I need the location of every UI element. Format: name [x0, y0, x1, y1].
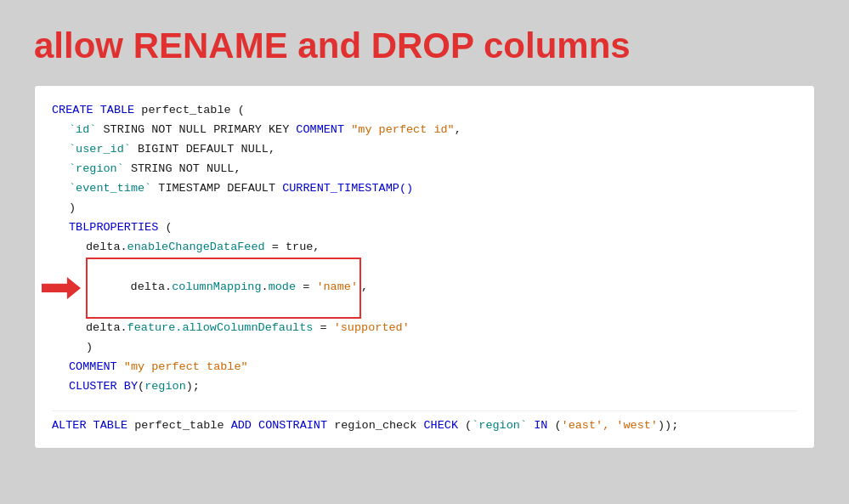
keyword-check: CHECK — [416, 416, 465, 436]
highlight-arrow — [42, 277, 81, 299]
code-line-6: ) — [69, 199, 797, 218]
prop-mode: mode — [269, 280, 296, 293]
code-line-2: `id` STRING NOT NULL PRIMARY KEY COMMENT… — [69, 121, 797, 140]
table-name: perfect_table — [141, 101, 230, 121]
constraint-name: region_check — [334, 416, 416, 436]
keyword-tblproperties: TBLPROPERTIES — [69, 218, 158, 238]
code-line-3: `user_id` BIGINT DEFAULT NULL, — [69, 140, 797, 160]
code-line-13: CLUSTER BY(region); — [69, 377, 797, 397]
code-line-12: COMMENT "my perfect table" — [69, 358, 797, 377]
col-id: `id` — [69, 121, 96, 140]
col-user-id: `user_id` — [69, 140, 131, 160]
code-line-11: ) — [86, 338, 797, 358]
table-comment-value: "my perfect table" — [124, 358, 248, 377]
value-supported: 'supported' — [334, 319, 410, 338]
alter-table-name: perfect_table — [134, 416, 224, 436]
prop-allow-column-defaults: feature.allowColumnDefaults — [127, 319, 314, 338]
code-line-9: delta.columnMapping.mode = 'name' , — [86, 258, 797, 320]
keyword-add-constraint: ADD CONSTRAINT — [224, 416, 335, 436]
col-event-time: `event_time` — [69, 179, 151, 199]
keyword-comment: COMMENT — [296, 121, 344, 140]
keyword-create: CREATE TABLE — [52, 101, 141, 121]
cluster-col: region — [144, 377, 186, 397]
code-line-7: TBLPROPERTIES ( — [69, 218, 797, 238]
code-line-alter: ALTER TABLE perfect_table ADD CONSTRAINT… — [52, 411, 797, 436]
highlighted-code: delta.columnMapping.mode = 'name' — [86, 258, 361, 320]
col-region: `region` — [69, 160, 124, 179]
prop-column-mapping: columnMapping — [172, 280, 261, 293]
keyword-alter: ALTER TABLE — [52, 416, 134, 436]
code-line-5: `event_time` TIMESTAMP DEFAULT CURRENT_T… — [69, 179, 797, 199]
code-line-4: `region` STRING NOT NULL, — [69, 160, 797, 179]
value-name: 'name' — [316, 280, 358, 293]
check-col: `region` — [472, 416, 527, 436]
page-title: allow RENAME and DROP columns — [34, 25, 631, 66]
comment-value: "my perfect id" — [344, 121, 455, 140]
keyword-in: IN — [527, 416, 554, 436]
keyword-comment-table: COMMENT — [69, 358, 124, 377]
code-line-8: delta.enableChangeDataFeed = true, — [86, 238, 797, 258]
arrow-icon — [42, 277, 81, 299]
code-block: CREATE TABLE perfect_table ( `id` STRING… — [34, 85, 815, 449]
code-line-10: delta.feature.allowColumnDefaults = 'sup… — [86, 319, 797, 338]
check-values: 'east', 'west' — [562, 416, 658, 436]
keyword-cluster: CLUSTER BY — [69, 377, 138, 397]
prop-enable-change-data-feed: enableChangeDataFeed — [127, 238, 265, 258]
func-current-timestamp: CURRENT_TIMESTAMP() — [282, 179, 413, 199]
code-line-1: CREATE TABLE perfect_table ( — [52, 101, 797, 121]
